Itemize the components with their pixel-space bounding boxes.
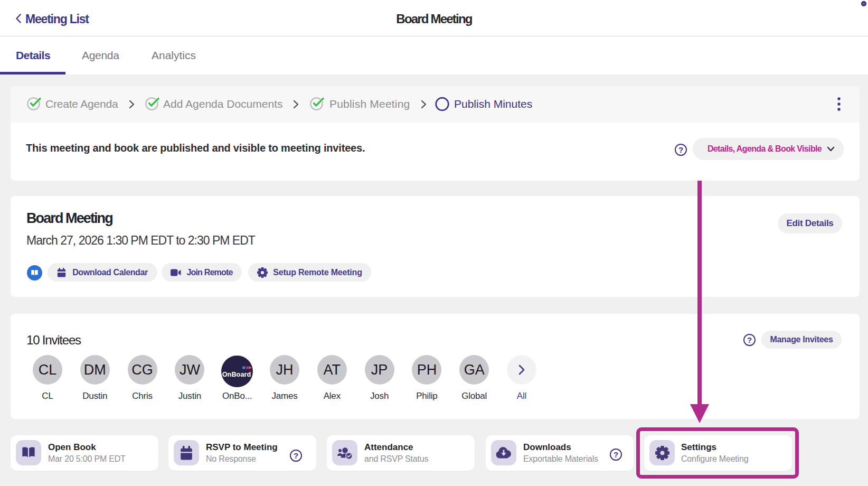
svg-text:OnBoard: OnBoard (222, 371, 251, 378)
